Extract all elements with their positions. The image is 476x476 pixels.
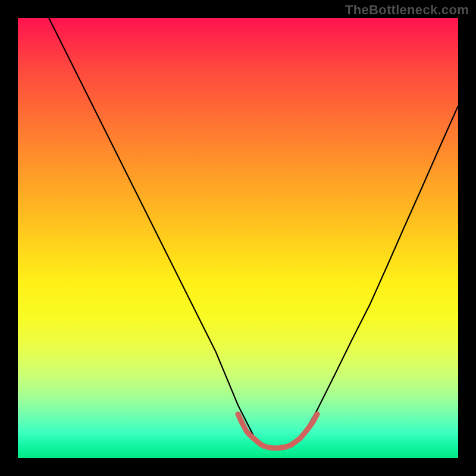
valley-marker [238,414,317,448]
chart-frame: TheBottleneck.com [0,0,476,476]
curve-right-branch [300,106,458,440]
chart-svg [18,18,458,458]
curve-left-branch [49,18,256,440]
plot-area [18,18,458,458]
watermark-text: TheBottleneck.com [345,2,469,18]
